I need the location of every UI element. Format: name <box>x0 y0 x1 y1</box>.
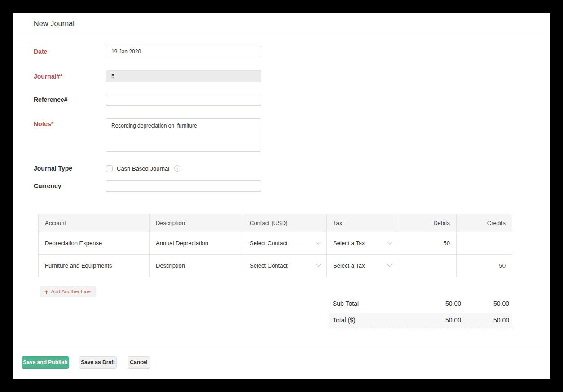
account-cell[interactable]: Furniture and Equipments <box>39 255 150 277</box>
total-row: Total ($) 50.00 50.00 <box>329 313 512 328</box>
cash-based-checkbox[interactable] <box>106 165 113 172</box>
total-credits: 50.00 <box>461 317 509 324</box>
column-header-credits: Credits <box>457 214 512 232</box>
subtotal-debits: 50.00 <box>413 300 461 307</box>
chevron-down-icon <box>387 239 392 244</box>
tax-select-value: Select a Tax <box>333 240 365 247</box>
plus-icon: + <box>44 288 48 295</box>
column-header-description: Description <box>150 214 243 232</box>
chevron-down-icon <box>387 262 392 267</box>
line-items-table: Account Description Contact (USD) Tax De… <box>38 214 512 277</box>
notes-label: Notes* <box>34 118 103 130</box>
reference-label: Reference# <box>34 94 103 106</box>
journal-type-label: Journal Type <box>34 163 103 174</box>
cash-based-checkbox-label: Cash Based Journal <box>117 165 169 172</box>
subtotal-label: Sub Total <box>333 300 413 307</box>
table-row: Furniture and Equipments Description Sel… <box>39 255 512 277</box>
column-header-tax: Tax <box>327 214 398 232</box>
cancel-button[interactable]: Cancel <box>128 356 150 369</box>
add-another-line-button[interactable]: + Add Another Line <box>40 286 96 297</box>
debits-cell[interactable]: 50 <box>398 232 457 255</box>
column-header-account: Account <box>39 214 150 232</box>
new-journal-panel: New Journal Date Journal#* Reference# No… <box>13 13 550 379</box>
contact-select-value: Select Contact <box>250 262 288 269</box>
chevron-down-icon <box>316 239 321 244</box>
chevron-down-icon <box>316 262 321 267</box>
subtotal-row: Sub Total 50.00 50.00 <box>329 294 512 313</box>
page-title: New Journal <box>34 13 75 35</box>
date-label: Date <box>34 46 103 57</box>
tax-select[interactable]: Select a Tax <box>327 255 398 277</box>
credits-cell[interactable]: 50 <box>457 255 512 277</box>
notes-textarea[interactable]: Recording depreciation on furniture <box>106 118 261 152</box>
contact-select[interactable]: Select Contact <box>243 255 327 277</box>
total-label: Total ($) <box>333 317 413 324</box>
tax-select[interactable]: Select a Tax <box>327 232 398 255</box>
credits-cell[interactable] <box>457 232 512 255</box>
subtotal-credits: 50.00 <box>461 300 509 307</box>
contact-select[interactable]: Select Contact <box>243 232 327 255</box>
footer-divider <box>13 347 550 347</box>
tax-select-value: Select a Tax <box>333 262 365 269</box>
table-header-row: Account Description Contact (USD) Tax De… <box>39 214 512 232</box>
panel-header: New Journal <box>13 13 550 35</box>
currency-label: Currency <box>34 180 103 192</box>
journal-number-input <box>106 70 261 82</box>
column-header-contact: Contact (USD) <box>243 214 327 232</box>
date-input[interactable] <box>106 46 261 57</box>
account-cell[interactable]: Depreciation Expense <box>39 232 150 255</box>
contact-select-value: Select Contact <box>250 240 288 247</box>
description-cell[interactable]: Description <box>150 255 243 277</box>
save-and-publish-button[interactable]: Save and Publish <box>22 356 69 369</box>
debits-cell[interactable] <box>398 255 457 277</box>
reference-input[interactable] <box>106 94 261 106</box>
column-header-debits: Debits <box>398 214 457 232</box>
journal-type-row: Cash Based Journal i <box>106 163 180 174</box>
total-debits: 50.00 <box>413 317 461 324</box>
journal-number-label: Journal#* <box>34 70 103 82</box>
info-icon[interactable]: i <box>174 165 180 172</box>
table-row: Depreciation Expense Annual Depreciation… <box>39 232 512 255</box>
currency-input[interactable] <box>106 180 261 192</box>
save-as-draft-button[interactable]: Save as Draft <box>79 356 117 369</box>
description-cell[interactable]: Annual Depreciation <box>150 232 243 255</box>
totals-section: Sub Total 50.00 50.00 Total ($) 50.00 50… <box>329 294 512 328</box>
add-another-line-label: Add Another Line <box>51 289 91 294</box>
